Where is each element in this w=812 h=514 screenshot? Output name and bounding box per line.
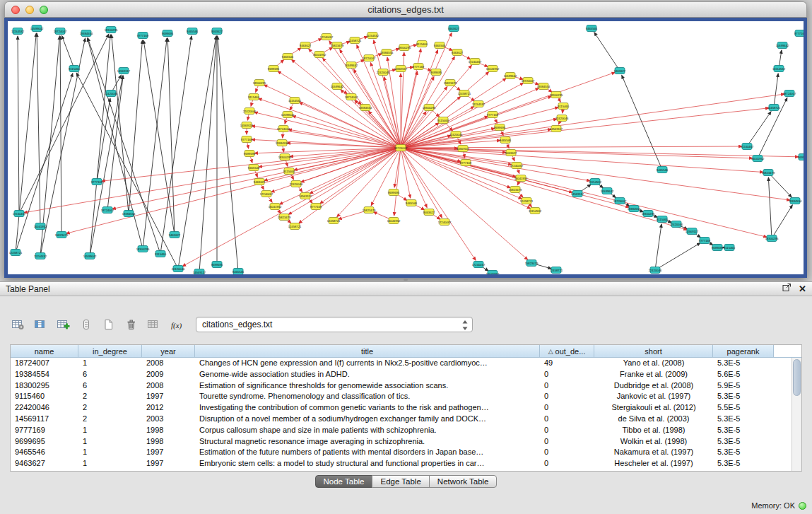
graph-node[interactable]: 15823479 (331, 42, 344, 49)
panel-resize-handle[interactable] (404, 279, 408, 281)
graph-node[interactable]: 15823479 (278, 214, 291, 221)
graph-node[interactable]: 9463627 (211, 28, 223, 35)
graph-node[interactable]: 15823479 (762, 170, 775, 176)
graph-node[interactable]: 9699695 (712, 245, 724, 251)
graph-node[interactable]: 19384554 (276, 140, 289, 146)
graph-node[interactable]: 16041952 (486, 271, 500, 275)
tab-edge-table[interactable]: Edge Table (372, 475, 429, 488)
table-row[interactable]: 1456911722003Disruption of a novel membe… (11, 414, 792, 425)
graph-node[interactable]: 9115460 (724, 245, 736, 251)
column-header-out-de-[interactable]: △out_de... (540, 345, 594, 358)
row-view-icon[interactable] (76, 315, 95, 334)
graph-node[interactable]: 14569117 (299, 193, 312, 199)
graph-node[interactable]: 18300295 (105, 27, 118, 33)
graph-node[interactable]: 14569117 (550, 126, 563, 132)
graph-node[interactable]: 22420046 (649, 267, 662, 274)
graph-node[interactable]: 9777169 (310, 204, 322, 210)
graph-node[interactable]: 9465546 (586, 25, 598, 32)
close-window-button[interactable] (11, 6, 20, 14)
graph-node[interactable]: 10599642 (281, 112, 295, 118)
table-scrollbar-thumb[interactable] (793, 359, 801, 396)
graph-node[interactable]: 9115460 (437, 117, 449, 124)
graph-node[interactable]: 22420046 (449, 132, 463, 138)
graph-node[interactable]: 10599642 (83, 253, 97, 259)
graph-node[interactable]: 19384554 (789, 198, 802, 204)
table-selector-dropdown[interactable]: citations_edges.txt (196, 317, 473, 332)
graph-node[interactable]: 10599642 (504, 73, 517, 79)
graph-node[interactable]: 22420046 (290, 181, 303, 187)
graph-node[interactable]: 17240467 (13, 211, 26, 217)
show-columns-icon[interactable] (31, 315, 50, 334)
graph-node[interactable]: 17240467 (320, 34, 334, 40)
graph-node[interactable]: 9463627 (423, 209, 435, 216)
graph-node[interactable]: 9699695 (211, 262, 223, 268)
graph-node[interactable]: 9465546 (500, 137, 512, 144)
tab-network-table[interactable]: Network Table (429, 475, 498, 488)
graph-node[interactable]: 17240467 (438, 219, 452, 226)
graph-node[interactable]: 17240467 (510, 163, 524, 169)
graph-node[interactable]: 9699695 (494, 124, 506, 131)
graph-node[interactable]: 9465546 (282, 54, 294, 60)
column-header-title[interactable]: title (195, 345, 540, 358)
network-canvas[interactable]: 1872400718300295911546022420046145691179… (8, 21, 804, 274)
graph-node[interactable]: 9777169 (487, 112, 499, 118)
graph-node[interactable]: 18300295 (398, 45, 411, 51)
delete-table-icon[interactable] (122, 315, 141, 334)
graph-node[interactable]: 14569117 (571, 191, 584, 197)
graph-node[interactable]: 9115460 (558, 103, 570, 110)
graph-node[interactable]: 22420046 (670, 221, 683, 228)
graph-node[interactable]: 18724007 (101, 207, 114, 214)
graph-node[interactable]: 9465546 (248, 165, 260, 171)
graph-node[interactable]: 9463627 (614, 68, 626, 74)
graph-node[interactable]: 12458721 (550, 267, 563, 274)
column-header-pagerank[interactable]: pagerank (713, 345, 774, 358)
graph-node[interactable]: 9115460 (155, 251, 167, 257)
graph-node[interactable]: 18724007 (522, 78, 535, 84)
column-header-in-degree[interactable]: in_degree (78, 345, 142, 358)
minimize-window-button[interactable] (25, 6, 34, 14)
graph-node[interactable]: 18724007 (613, 198, 627, 204)
graph-node[interactable]: 12458721 (9, 250, 23, 256)
graph-node[interactable]: 14569117 (193, 269, 206, 275)
matrix-table-icon[interactable] (144, 315, 163, 334)
graph-node[interactable]: 10599642 (30, 25, 44, 32)
graph-node[interactable]: 9465546 (434, 42, 446, 49)
graph-node[interactable]: 9777169 (794, 30, 804, 37)
graph-node[interactable]: 9465546 (187, 28, 199, 35)
graph-node[interactable]: 11154532 (589, 179, 602, 185)
close-panel-icon[interactable]: ✕ (799, 282, 806, 296)
graph-node[interactable]: 9465546 (657, 167, 669, 173)
graph-node[interactable]: 9777169 (413, 64, 425, 70)
graph-node[interactable]: 11154532 (529, 208, 542, 214)
graph-node[interactable]: 15823479 (444, 80, 457, 86)
graph-node[interactable]: 9699695 (388, 189, 400, 196)
graph-node[interactable]: 18724007 (54, 28, 67, 35)
graph-node[interactable]: 22420046 (377, 69, 390, 76)
table-row[interactable]: 1872400712008Changes of HCN gene express… (11, 358, 792, 369)
network-view-window[interactable]: citations_edges.txt 18724007183002959115… (4, 1, 807, 278)
graph-node[interactable]: 18724007 (345, 94, 358, 100)
zoom-window-button[interactable] (40, 6, 48, 14)
graph-node[interactable]: 12458721 (458, 90, 471, 97)
graph-node[interactable]: 9777169 (137, 33, 149, 39)
table-row[interactable]: 1938455462009Genome-wide association stu… (11, 369, 792, 380)
graph-node[interactable]: 15823479 (509, 187, 522, 193)
graph-node[interactable]: 11154532 (288, 98, 302, 104)
column-header-name[interactable]: name (11, 345, 78, 358)
graph-node[interactable]: 14569117 (394, 66, 408, 72)
column-header-short[interactable]: short (594, 345, 713, 358)
graph-node[interactable]: 9115460 (283, 168, 295, 175)
graph-node[interactable]: 9699695 (798, 154, 804, 160)
window-titlebar[interactable]: citations_edges.txt (4, 1, 807, 18)
graph-node[interactable]: 10599642 (345, 62, 358, 69)
graph-node[interactable]: 16041952 (313, 52, 326, 58)
graph-node[interactable]: 12458721 (520, 198, 534, 204)
graph-node[interactable]: 18724007 (394, 145, 408, 151)
graph-node[interactable]: 17240467 (472, 262, 486, 268)
graph-node[interactable]: 19384554 (80, 30, 93, 37)
column-header-year[interactable]: year (142, 345, 195, 358)
graph-node[interactable]: 10599642 (776, 42, 789, 49)
citation-network-graph[interactable]: 1872400718300295911546022420046145691179… (8, 21, 804, 274)
graph-node[interactable]: 19384554 (628, 206, 641, 212)
new-table-icon[interactable] (99, 315, 118, 334)
